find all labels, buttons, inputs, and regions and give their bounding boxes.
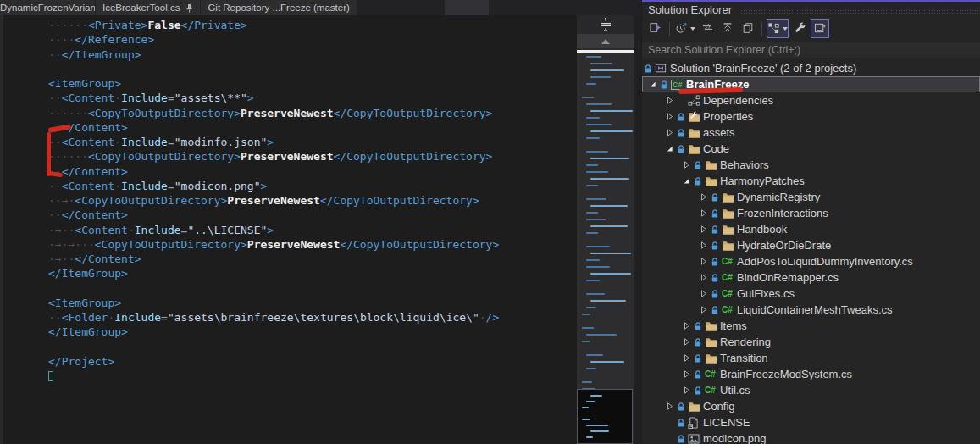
expander-closed-icon[interactable] (683, 386, 694, 394)
csharp-icon: C# (705, 386, 720, 395)
csharp-icon: C# (722, 305, 737, 314)
expander-closed-icon[interactable] (700, 193, 711, 201)
tree-item-harmonypatches[interactable]: HarmonyPatches (642, 173, 980, 189)
code-line: ··</Content> (48, 208, 577, 222)
filter-solution-explorer-button[interactable] (767, 19, 789, 38)
code-line: ··<Folder·Include="assets\brainfreeze\te… (48, 310, 577, 325)
scrollbar-up-button[interactable] (577, 34, 634, 48)
tree-item-solution-brainfreeze-2-of-2-projects[interactable]: Solution 'BrainFreeze' (2 of 2 projects) (642, 60, 980, 76)
minimap-scrollbar[interactable] (577, 15, 634, 444)
csharp-icon: C# (722, 289, 737, 298)
tree-item-handbook[interactable]: Handbook (642, 221, 980, 237)
code-line: </ItemGroup> (48, 266, 577, 280)
lock-icon (677, 128, 688, 138)
expander-closed-icon[interactable] (700, 306, 711, 314)
tree-item-dynamicregistry[interactable]: DynamicRegistry (642, 189, 980, 205)
preview-selected-items-button[interactable] (811, 19, 829, 38)
tab-label: IceBreakerTool.cs (102, 3, 180, 13)
lock-icon (711, 257, 722, 267)
collapse-all-button[interactable] (718, 19, 737, 38)
pin-icon[interactable] (185, 3, 193, 13)
code-line (48, 340, 577, 354)
tree-item-label: BindOnRemapper.cs (737, 271, 839, 284)
expander-closed-icon[interactable] (700, 241, 711, 249)
tab-git-repository-freeze-master[interactable]: Git Repository ...Freeze (master) (201, 0, 356, 15)
tree-item-properties[interactable]: Properties (642, 108, 980, 125)
tree-item-hydrateordiedrate[interactable]: HydrateOrDieDrate (642, 237, 980, 253)
expander-closed-icon[interactable] (666, 129, 677, 136)
dropdown-caret-icon[interactable] (690, 27, 695, 31)
tree-item-dependencies[interactable]: Dependencies (642, 92, 980, 108)
code-line: </Project> (48, 354, 577, 369)
tab-icebreakertool-cs[interactable]: IceBreakerTool.cs (96, 0, 200, 15)
expander-closed-icon[interactable] (683, 338, 694, 346)
expander-closed-icon[interactable] (666, 97, 677, 104)
expander-closed-icon[interactable] (683, 354, 694, 362)
expander-closed-icon[interactable] (700, 225, 711, 233)
properties-button[interactable] (790, 19, 809, 38)
expander-open-icon[interactable] (649, 80, 660, 88)
scrollbar-track[interactable] (634, 15, 641, 444)
expander-open-icon[interactable] (683, 177, 694, 185)
expander-closed-icon[interactable] (683, 322, 694, 330)
tree-item-brainfreezemodsystem-cs[interactable]: C#BrainFreezeModSystem.cs (642, 366, 980, 382)
code-line (48, 62, 577, 76)
tree-item-config[interactable]: Config (642, 398, 980, 414)
tree-item-addpostoliquiddummyinventory-cs[interactable]: C#AddPosToLiquidDummyInventory.cs (642, 253, 980, 269)
tree-item-label: LICENSE (703, 416, 750, 429)
expander-closed-icon[interactable] (700, 258, 711, 265)
code-line: ······<Private>False</Private> (48, 18, 577, 32)
solution-icon (655, 63, 670, 74)
expander-closed-icon[interactable] (666, 113, 677, 120)
code-line (48, 369, 577, 383)
tree-item-transition[interactable]: Transition (642, 350, 980, 366)
expander-closed-icon[interactable] (683, 161, 694, 169)
search-input[interactable]: Search Solution Explorer (Ctrl+;) (642, 42, 980, 58)
code-line: ··</Content> (48, 164, 577, 179)
tab-dynamicfrozenvariant-cs[interactable]: DynamicFrozenVariant.cs (0, 0, 95, 15)
sync-with-active-document-button[interactable] (698, 19, 717, 38)
expander-closed-icon[interactable] (700, 274, 711, 281)
tree-item-license[interactable]: LICENSE (642, 414, 980, 430)
expander-closed-icon[interactable] (700, 209, 711, 217)
tree-item-label: Items (720, 319, 747, 332)
tree-item-assets[interactable]: assets (642, 125, 980, 141)
expander-closed-icon[interactable] (700, 290, 711, 297)
dropdown-caret-icon[interactable] (783, 27, 788, 31)
lock-icon (711, 273, 722, 283)
switch-views-button[interactable] (646, 19, 665, 38)
code-editor[interactable]: ······<Private>False</Private>····</Refe… (0, 15, 641, 444)
tree-item-modicon-png[interactable]: modicon.png (642, 430, 980, 444)
tree-item-guifixes-cs[interactable]: C#GuiFixes.cs (642, 286, 980, 302)
copy-icon (742, 22, 754, 36)
expander-open-icon[interactable] (666, 145, 677, 153)
tab-strip-spacer (445, 0, 489, 15)
code-line: <ItemGroup> (48, 76, 577, 91)
expander-closed-icon[interactable] (683, 370, 694, 378)
code-text[interactable]: ······<Private>False</Private>····</Refe… (0, 15, 577, 383)
tree-item-items[interactable]: Items (642, 318, 980, 334)
copy-button[interactable] (739, 19, 757, 38)
license-doc-icon (688, 417, 703, 429)
editor-splitter-handle[interactable] (577, 15, 634, 34)
pending-changes-filter-button[interactable] (674, 19, 696, 38)
panel-title-bar[interactable]: Solution Explorer (642, 2, 980, 17)
tree-item-frozeninteractions[interactable]: FrozenInteractions (642, 205, 980, 221)
code-line: ·→·→···<CopyToOutputDirectory>PreserveNe… (48, 237, 577, 252)
minimap-viewport[interactable] (577, 389, 633, 444)
csharp-icon: C# (722, 257, 737, 266)
tree-item-rendering[interactable]: Rendering (642, 334, 980, 350)
tree-item-behaviors[interactable]: Behaviors (642, 157, 980, 173)
tree-item-label: BrainFreezeModSystem.cs (720, 368, 852, 380)
red-bracket-annotation-vertical (47, 132, 51, 176)
tree-item-code[interactable]: Code (642, 141, 980, 157)
expander-closed-icon[interactable] (666, 402, 677, 410)
tree-item-label: GuiFixes.cs (737, 287, 795, 300)
tree-item-liquidcontainermeshtweaks-cs[interactable]: C#LiquidContainerMeshTweaks.cs (642, 302, 980, 318)
lock-icon (677, 434, 688, 444)
tree-item-label: Solution 'BrainFreeze' (2 of 2 projects) (670, 62, 856, 75)
lock-icon (711, 289, 722, 299)
tree-item-util-cs[interactable]: C#Util.cs (642, 382, 980, 398)
code-line: <ItemGroup> (48, 296, 577, 310)
tree-item-bindonremapper-cs[interactable]: C#BindOnRemapper.cs (642, 269, 980, 286)
